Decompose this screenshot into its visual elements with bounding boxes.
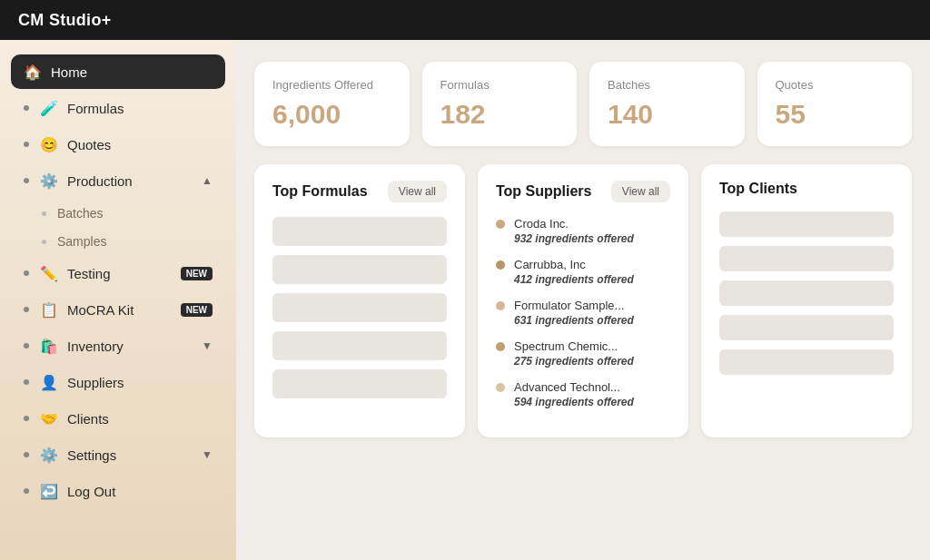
stat-value-formulas: 182 (440, 99, 559, 130)
nav-dot (24, 142, 29, 147)
sidebar-item-clients[interactable]: 🤝 Clients (11, 401, 225, 436)
formula-skeleton-4 (272, 331, 447, 360)
supplier-count: 932 ingredients offered (514, 232, 634, 245)
sidebar-item-batches-label: Batches (57, 206, 104, 221)
sub-dot (42, 240, 46, 244)
supplier-info: Formulator Sample... 631 ingredients off… (514, 299, 634, 327)
client-skeleton-1 (719, 211, 894, 237)
sidebar-item-home[interactable]: 🏠 Home (11, 54, 225, 89)
production-submenu: Batches Samples (11, 200, 225, 255)
testing-badge: NEW (181, 267, 213, 280)
top-suppliers-card: Top Suppliers View all Croda Inc. 932 in… (478, 164, 688, 437)
nav-dot (24, 488, 29, 494)
sidebar-item-formulas-label: Formulas (67, 101, 213, 116)
supplier-name: Formulator Sample... (514, 299, 634, 312)
nav-dot (24, 270, 29, 276)
sidebar-item-logout-label: Log Out (67, 484, 213, 499)
supplier-info: Spectrum Chemic... 275 ingredients offer… (514, 339, 634, 368)
nav-dot (24, 105, 29, 111)
sidebar-item-batches[interactable]: Batches (29, 200, 225, 227)
supplier-count: 412 ingredients offered (514, 273, 634, 286)
client-skeleton-2 (719, 246, 894, 271)
stat-label-ingredients: Ingredients Offered (272, 78, 391, 92)
stat-label-quotes: Quotes (776, 78, 895, 92)
top-formulas-card: Top Formulas View all (254, 164, 465, 437)
mocrakit-badge: NEW (181, 303, 213, 317)
supplier-name: Croda Inc. (514, 217, 634, 231)
top-clients-card: Top Clients (701, 164, 912, 437)
supplier-name: Advanced Technol... (514, 380, 634, 394)
supplier-dot (496, 260, 505, 270)
sidebar-item-logout[interactable]: ↩️ Log Out (11, 474, 225, 508)
supplier-info: Carrubba, Inc 412 ingredients offered (514, 258, 634, 286)
sidebar-item-suppliers[interactable]: 👤 Suppliers (11, 365, 225, 399)
suppliers-list: Croda Inc. 932 ingredients offered Carru… (496, 217, 670, 408)
sidebar-item-quotes-label: Quotes (67, 137, 213, 152)
section-cards-row: Top Formulas View all Top Suppliers View… (254, 164, 912, 437)
clients-icon: 🤝 (40, 409, 58, 427)
formula-skeleton-3 (272, 293, 447, 322)
supplier-item: Carrubba, Inc 412 ingredients offered (496, 258, 670, 286)
sidebar-item-testing-label: Testing (67, 266, 175, 281)
nav-dot (24, 379, 29, 385)
client-skeleton-3 (719, 280, 894, 306)
stat-label-formulas: Formulas (440, 78, 559, 92)
top-formulas-view-all-button[interactable]: View all (388, 181, 447, 202)
supplier-count: 275 ingredients offered (514, 355, 634, 368)
sidebar-item-quotes[interactable]: 😊 Quotes (11, 127, 225, 162)
supplier-dot (496, 342, 505, 351)
top-formulas-title: Top Formulas (272, 183, 368, 200)
sidebar-item-samples-label: Samples (57, 234, 106, 249)
top-suppliers-title: Top Suppliers (496, 183, 591, 200)
sidebar-item-testing[interactable]: ✏️ Testing NEW (11, 256, 225, 290)
app-title: CM Studio+ (18, 11, 112, 30)
top-clients-title: Top Clients (719, 181, 797, 197)
stat-label-batches: Batches (608, 78, 727, 92)
supplier-name: Spectrum Chemic... (514, 339, 634, 353)
top-formulas-header: Top Formulas View all (272, 181, 447, 202)
nav-dot (24, 307, 29, 312)
nav-dot (24, 343, 29, 349)
sidebar-item-settings[interactable]: ⚙️ Settings ▼ (11, 437, 225, 472)
mocrakit-icon: 📋 (40, 300, 58, 319)
settings-icon: ⚙️ (40, 446, 58, 464)
supplier-item: Advanced Technol... 594 ingredients offe… (496, 380, 670, 408)
sidebar-item-samples[interactable]: Samples (29, 228, 225, 255)
top-suppliers-view-all-button[interactable]: View all (611, 181, 670, 202)
sidebar-item-mocrakit[interactable]: 📋 MoCRA Kit NEW (11, 292, 225, 327)
sidebar: 🏠 Home 🧪 Formulas 😊 Quotes ⚙️ Production… (0, 40, 236, 560)
formulas-icon: 🧪 (40, 99, 58, 117)
client-skeleton-4 (719, 315, 894, 340)
supplier-dot (496, 220, 505, 229)
stat-card-batches: Batches 140 (589, 62, 745, 146)
sub-dot (42, 211, 46, 216)
supplier-count: 594 ingredients offered (514, 396, 634, 408)
sidebar-item-inventory[interactable]: 🛍️ Inventory ▼ (11, 329, 225, 363)
nav-dot (24, 452, 29, 457)
sidebar-item-production[interactable]: ⚙️ Production ▲ (11, 163, 225, 198)
top-suppliers-header: Top Suppliers View all (496, 181, 670, 202)
nav-dot (24, 178, 29, 183)
chevron-down-icon: ▼ (202, 339, 213, 352)
inventory-icon: 🛍️ (40, 337, 58, 355)
supplier-item: Spectrum Chemic... 275 ingredients offer… (496, 339, 670, 368)
stat-value-batches: 140 (608, 99, 727, 130)
supplier-count: 631 ingredients offered (514, 314, 634, 327)
sidebar-item-production-label: Production (67, 173, 198, 189)
supplier-dot (496, 301, 505, 310)
formula-skeleton-5 (272, 369, 447, 398)
sidebar-item-clients-label: Clients (67, 411, 213, 427)
supplier-info: Croda Inc. 932 ingredients offered (514, 217, 634, 245)
quotes-icon: 😊 (40, 135, 58, 153)
sidebar-item-settings-label: Settings (67, 447, 198, 463)
formula-skeleton-1 (272, 217, 447, 246)
production-icon: ⚙️ (40, 172, 58, 190)
top-clients-header: Top Clients (719, 181, 894, 197)
sidebar-item-formulas[interactable]: 🧪 Formulas (11, 91, 225, 125)
sidebar-item-inventory-label: Inventory (67, 339, 198, 354)
sidebar-item-home-label: Home (51, 64, 213, 80)
formula-skeleton-2 (272, 255, 447, 284)
main-layout: 🏠 Home 🧪 Formulas 😊 Quotes ⚙️ Production… (0, 40, 930, 560)
stat-card-ingredients: Ingredients Offered 6,000 (254, 62, 410, 146)
stat-value-quotes: 55 (776, 99, 895, 130)
